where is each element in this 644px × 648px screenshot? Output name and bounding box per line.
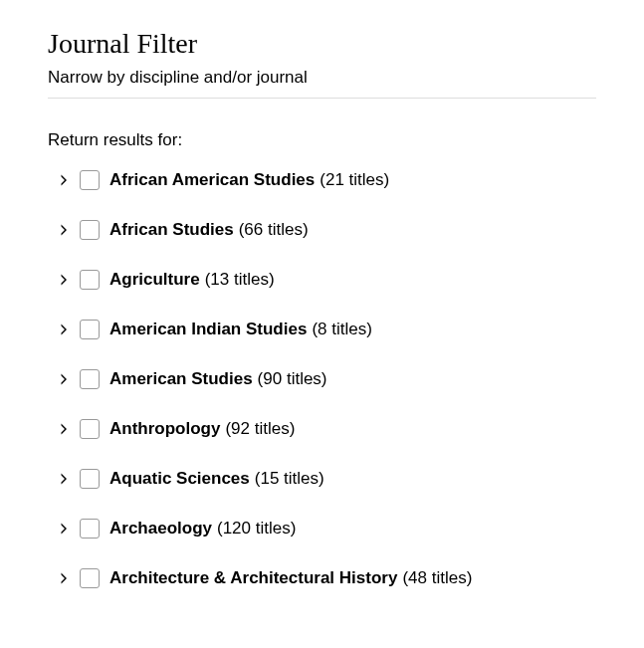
discipline-label[interactable]: Agriculture(13 titles) bbox=[109, 270, 275, 290]
discipline-label[interactable]: American Indian Studies(8 titles) bbox=[109, 320, 372, 339]
discipline-checkbox[interactable] bbox=[80, 320, 100, 339]
discipline-count: (8 titles) bbox=[312, 320, 371, 339]
discipline-count: (120 titles) bbox=[217, 519, 296, 539]
chevron-right-icon[interactable] bbox=[58, 174, 70, 186]
discipline-name: African Studies bbox=[109, 220, 234, 240]
page-title: Journal Filter bbox=[48, 28, 596, 60]
discipline-checkbox[interactable] bbox=[80, 369, 100, 389]
discipline-row: Archaeology(120 titles) bbox=[48, 519, 596, 539]
discipline-name: Archaeology bbox=[109, 519, 212, 539]
discipline-label[interactable]: American Studies(90 titles) bbox=[109, 369, 327, 389]
chevron-right-icon[interactable] bbox=[58, 572, 70, 584]
discipline-name: African American Studies bbox=[109, 170, 315, 190]
discipline-count: (21 titles) bbox=[320, 170, 389, 190]
discipline-label[interactable]: Architecture & Architectural History(48 … bbox=[109, 568, 472, 588]
chevron-right-icon[interactable] bbox=[58, 373, 70, 385]
discipline-count: (48 titles) bbox=[402, 568, 472, 588]
chevron-right-icon[interactable] bbox=[58, 274, 70, 286]
chevron-right-icon[interactable] bbox=[58, 473, 70, 485]
discipline-label[interactable]: African American Studies(21 titles) bbox=[109, 170, 389, 190]
discipline-name: Aquatic Sciences bbox=[109, 469, 250, 489]
discipline-row: Agriculture(13 titles) bbox=[48, 270, 596, 290]
discipline-row: Architecture & Architectural History(48 … bbox=[48, 568, 596, 588]
results-prompt: Return results for: bbox=[48, 130, 596, 150]
discipline-row: American Studies(90 titles) bbox=[48, 369, 596, 389]
chevron-right-icon[interactable] bbox=[58, 523, 70, 535]
discipline-checkbox[interactable] bbox=[80, 220, 100, 240]
chevron-right-icon[interactable] bbox=[58, 423, 70, 435]
discipline-row: African Studies(66 titles) bbox=[48, 220, 596, 240]
discipline-count: (13 titles) bbox=[205, 270, 275, 290]
discipline-name: Architecture & Architectural History bbox=[109, 568, 397, 588]
discipline-name: Agriculture bbox=[109, 270, 200, 290]
discipline-list: African American Studies(21 titles)Afric… bbox=[48, 170, 596, 588]
page-subtitle: Narrow by discipline and/or journal bbox=[48, 68, 596, 99]
discipline-checkbox[interactable] bbox=[80, 469, 100, 489]
discipline-count: (15 titles) bbox=[255, 469, 324, 489]
chevron-right-icon[interactable] bbox=[58, 324, 70, 335]
discipline-checkbox[interactable] bbox=[80, 270, 100, 290]
chevron-right-icon[interactable] bbox=[58, 224, 70, 236]
discipline-name: Anthropology bbox=[109, 419, 220, 439]
discipline-label[interactable]: Anthropology(92 titles) bbox=[109, 419, 295, 439]
discipline-label[interactable]: Archaeology(120 titles) bbox=[109, 519, 296, 539]
discipline-checkbox[interactable] bbox=[80, 568, 100, 588]
discipline-count: (90 titles) bbox=[258, 369, 327, 389]
discipline-label[interactable]: Aquatic Sciences(15 titles) bbox=[109, 469, 324, 489]
discipline-row: American Indian Studies(8 titles) bbox=[48, 320, 596, 339]
discipline-checkbox[interactable] bbox=[80, 170, 100, 190]
discipline-name: American Studies bbox=[109, 369, 253, 389]
discipline-name: American Indian Studies bbox=[109, 320, 307, 339]
discipline-label[interactable]: African Studies(66 titles) bbox=[109, 220, 309, 240]
discipline-count: (92 titles) bbox=[225, 419, 295, 439]
discipline-row: Anthropology(92 titles) bbox=[48, 419, 596, 439]
discipline-checkbox[interactable] bbox=[80, 519, 100, 539]
discipline-checkbox[interactable] bbox=[80, 419, 100, 439]
discipline-row: Aquatic Sciences(15 titles) bbox=[48, 469, 596, 489]
discipline-count: (66 titles) bbox=[239, 220, 309, 240]
discipline-row: African American Studies(21 titles) bbox=[48, 170, 596, 190]
